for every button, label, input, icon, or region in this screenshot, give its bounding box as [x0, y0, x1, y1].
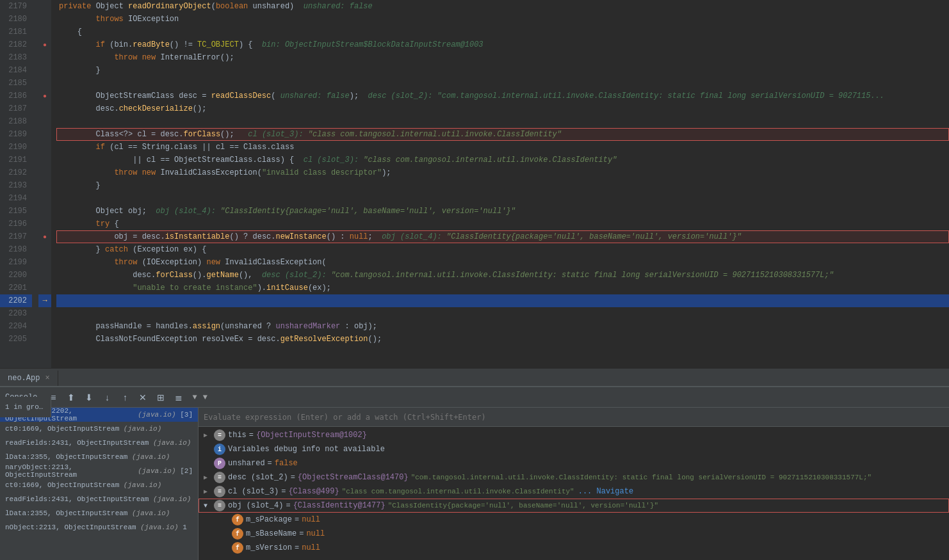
code-line-2184: }: [56, 64, 949, 77]
expand-this-icon[interactable]: ▶: [204, 431, 214, 439]
toolbar-btn-down2[interactable]: ↓: [100, 390, 114, 404]
code-line-2202: [56, 294, 949, 307]
toolbar-btn-x[interactable]: ✕: [136, 390, 150, 404]
frame-method-3: lData:2355, ObjectInputStream: [5, 453, 127, 461]
code-line-2188: [56, 115, 949, 128]
var-row-cl[interactable]: ▶ = cl (slot_3) = {Class@499} "class com…: [199, 484, 949, 499]
var-icon-m-spackage: f: [232, 514, 243, 525]
frame-file-3: (java.io): [132, 453, 170, 461]
eval-input[interactable]: [204, 413, 944, 422]
code-line-2191: || cl == ObjectStreamClass.class) { cl (…: [56, 154, 949, 166]
ln-2183: 2183: [0, 51, 32, 64]
frame-method-2: readFields:2431, ObjectInputStream: [5, 439, 149, 447]
code-line-2203: [56, 307, 949, 320]
var-row-m-sBaseName[interactable]: f m_sBaseName = null: [199, 527, 949, 541]
code-line-2200: desc.forClass().getName(), desc (slot_2)…: [56, 269, 949, 282]
frame-file-1: (java.io): [124, 425, 161, 433]
var-row-obj[interactable]: ▼ = obj (slot_4) = {ClassIdentity@1477} …: [199, 499, 949, 513]
var-val-desc: {ObjectStreamClass@1470}: [298, 473, 409, 482]
frame-method-1: ct0:1669, ObjectInputStream: [5, 425, 119, 433]
stack-frames-panel: naryObject:2202, ObjectInputStream (java…: [0, 408, 199, 560]
var-str-desc: "com.tangosol.internal.util.invoke.Class…: [411, 474, 872, 481]
var-icon-this: =: [214, 429, 225, 441]
code-line-2193: }: [56, 179, 949, 192]
ln-2199: 2199: [0, 256, 32, 269]
var-val-obj: {ClassIdentity@1477}: [293, 501, 385, 510]
var-eq-this: =: [249, 431, 254, 440]
debug-panel: Console ≡ ⬆ ⬇ ↓ ↑ ✕ ⊞ ≣ ▼ ▼ naryObject:2…: [0, 386, 949, 560]
frame-file-0: (java.io): [138, 411, 175, 419]
var-row-unshared[interactable]: P unshared = false: [199, 456, 949, 470]
var-eq-cl: =: [281, 487, 286, 496]
var-val-m-sversion: null: [302, 543, 320, 552]
code-line-2204: passHandle = handles.assign(unshared ? u…: [56, 320, 949, 333]
code-line-2192: throw new InvalidClassException("invalid…: [56, 166, 949, 179]
code-editor[interactable]: private Object readOrdinaryObject(boolea…: [51, 0, 949, 368]
expand-cl-icon[interactable]: ▶: [204, 488, 214, 495]
debug-info-label: Variables debug info not available: [228, 445, 385, 454]
ln-2191: 2191: [0, 154, 32, 166]
var-row-this[interactable]: ▶ = this = {ObjectInputStream@1002}: [199, 428, 949, 442]
ln-2197: 2197: [0, 230, 32, 243]
var-val-this: {ObjectInputStream@1002}: [256, 431, 367, 440]
var-navigate-cl[interactable]: ... Navigate: [578, 487, 633, 496]
stack-frame-8[interactable]: nObject:2213, ObjectInputStream (java.io…: [0, 520, 198, 534]
code-container: 2179 2180 2181 2182 2183 2184 2185 2186 …: [0, 0, 949, 368]
eval-input-bar: [199, 408, 949, 427]
stack-frame-2[interactable]: readFields:2431, ObjectInputStream (java…: [0, 436, 198, 450]
ln-2202: 2202: [0, 294, 32, 307]
toolbar-btn-up2[interactable]: ↑: [118, 390, 132, 404]
tab-close-icon[interactable]: ×: [45, 374, 49, 383]
var-eq-m-sbasename: =: [299, 529, 304, 538]
frame-file-6: (java.io): [153, 495, 191, 503]
code-line-2182: if (bin.readByte() != TC_OBJECT) { bin: …: [56, 38, 949, 51]
var-row-m-sVersion[interactable]: f m_sVersion = null: [199, 541, 949, 555]
toolbar-btn-down1[interactable]: ⬇: [82, 390, 96, 404]
ln-2184: 2184: [0, 64, 32, 77]
frame-file-7: (java.io): [132, 509, 170, 517]
code-line-2190: if (cl == String.class || cl == Class.cl…: [56, 141, 949, 154]
stack-frame-1[interactable]: ct0:1669, ObjectInputStream (java.io): [0, 422, 198, 436]
stack-frame-6[interactable]: readFields:2431, ObjectInputStream (java…: [0, 492, 198, 506]
code-line-2185: [56, 77, 949, 90]
ln-2196: 2196: [0, 218, 32, 230]
code-line-2201: "unable to create instance").initCause(e…: [56, 282, 949, 294]
variables-panel: ▶ = this = {ObjectInputStream@1002} i Va…: [199, 427, 949, 560]
stack-frame-5[interactable]: ct0:1669, ObjectInputStream (java.io): [0, 478, 198, 492]
ln-2204: 2204: [0, 320, 32, 333]
expand-desc-icon[interactable]: ▶: [204, 474, 214, 481]
stack-frame-4[interactable]: naryObject:2213, ObjectInputStream (java…: [0, 464, 198, 478]
var-label-m-sbasename: m_sBaseName: [246, 529, 296, 538]
expand-obj-icon[interactable]: ▼: [204, 502, 214, 509]
toolbar-btn-up1[interactable]: ⬆: [64, 390, 78, 404]
ln-2179: 2179: [0, 0, 32, 13]
var-eq-m-spackage: =: [295, 515, 299, 524]
code-line-2195: Object obj; obj (slot_4): "ClassIdentity…: [56, 205, 949, 218]
info-icon: i: [214, 444, 225, 455]
var-eq-m-sversion: =: [295, 543, 299, 552]
var-label-m-spackage: m_sPackage: [246, 515, 292, 524]
var-row-desc[interactable]: ▶ = desc (slot_2) = {ObjectStreamClass@1…: [199, 470, 949, 484]
var-val-unshared: false: [275, 459, 298, 468]
var-icon-obj: =: [214, 500, 225, 511]
breakpoint-gutter: ● ● ● →: [38, 0, 51, 368]
ln-2180: 2180: [0, 13, 32, 26]
code-line-2183: throw new InternalError();: [56, 51, 949, 64]
ln-2186: 2186: [0, 90, 32, 102]
toolbar-btn-list[interactable]: ≣: [172, 390, 186, 404]
code-line-2186: ObjectStreamClass desc = readClassDesc( …: [56, 90, 949, 102]
code-line-2179: private Object readOrdinaryObject(boolea…: [56, 0, 949, 13]
stack-frame-3[interactable]: lData:2355, ObjectInputStream (java.io): [0, 450, 198, 464]
stack-frame-7[interactable]: lData:2355, ObjectInputStream (java.io): [0, 506, 198, 520]
toolbar-btn-table[interactable]: ⊞: [154, 390, 168, 404]
ln-2181: 2181: [0, 26, 32, 38]
code-line-2189: Class<?> cl = desc.forClass(); cl (slot_…: [56, 128, 949, 141]
var-eq-obj: =: [286, 501, 290, 510]
tab-neo-app[interactable]: neo.App ×: [0, 371, 58, 386]
ln-2194: 2194: [0, 192, 32, 205]
var-label-cl: cl (slot_3): [228, 487, 279, 496]
frame-file-8: (java.io): [140, 524, 178, 531]
frame-file-2: (java.io): [153, 439, 191, 447]
code-line-2205: ClassNotFoundException resolveEx = desc.…: [56, 333, 949, 346]
var-row-m-sPackage[interactable]: f m_sPackage = null: [199, 513, 949, 527]
